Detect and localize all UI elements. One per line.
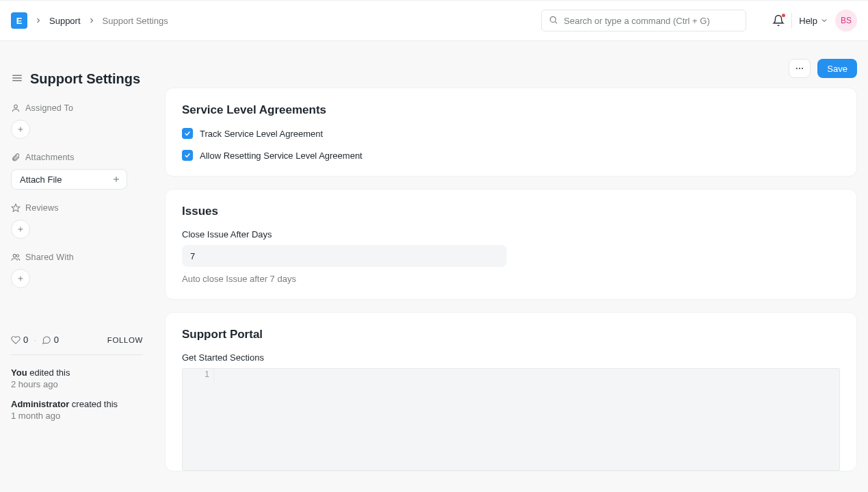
check-icon	[184, 130, 191, 137]
breadcrumb-root[interactable]: Support	[49, 16, 81, 26]
shared-with-label: Shared With	[25, 253, 74, 262]
svg-point-18	[799, 68, 800, 69]
likes-count: 0	[23, 335, 28, 345]
comment-icon[interactable]: 0	[42, 335, 59, 345]
follow-button[interactable]: FOLLOW	[107, 336, 143, 344]
svg-point-14	[16, 255, 19, 257]
users-icon	[11, 253, 21, 262]
activity-entry: Administrator created this 1 month ago	[11, 399, 143, 421]
page-toolbar: Save	[154, 41, 868, 88]
support-portal-card: Support Portal Get Started Sections 1	[165, 312, 857, 471]
chevron-down-icon	[820, 16, 828, 25]
navbar: E Support Support Settings Help BS	[0, 0, 868, 41]
activity-entry: You edited this 2 hours ago	[11, 367, 143, 389]
track-sla-label: Track Service Level Agreement	[200, 129, 323, 139]
star-icon	[11, 203, 21, 213]
search-input[interactable]	[564, 16, 739, 26]
line-number: 1	[183, 369, 214, 381]
attach-file-button[interactable]: Attach File	[11, 169, 127, 190]
close-after-label: Close Issue After Days	[182, 229, 840, 239]
svg-line-1	[555, 21, 557, 23]
allow-reset-sla-checkbox[interactable]	[182, 150, 193, 161]
add-review-button[interactable]	[11, 220, 30, 239]
code-line-content[interactable]	[214, 369, 839, 381]
svg-marker-10	[12, 204, 20, 211]
allow-reset-sla-label: Allow Resetting Service Level Agreement	[200, 151, 363, 161]
breadcrumb-current: Support Settings	[103, 16, 168, 26]
svg-point-5	[14, 105, 18, 108]
close-after-help: Auto close Issue after 7 days	[182, 274, 840, 284]
svg-point-19	[802, 68, 804, 69]
page-title: Support Settings	[30, 71, 140, 87]
user-icon	[11, 103, 21, 113]
activity-when: 2 hours ago	[11, 379, 143, 389]
activity-who: Administrator	[11, 399, 69, 409]
more-horizontal-icon	[795, 64, 804, 73]
paperclip-icon	[11, 153, 21, 162]
svg-point-17	[796, 68, 798, 69]
activity-when: 1 month ago	[11, 411, 143, 421]
assigned-to-label: Assigned To	[25, 103, 73, 113]
activity-log: You edited this 2 hours ago Administrato…	[11, 367, 143, 421]
add-assignee-button[interactable]	[11, 120, 30, 139]
help-label: Help	[799, 16, 817, 26]
help-menu[interactable]: Help	[799, 16, 828, 26]
check-icon	[184, 152, 191, 159]
close-after-input[interactable]	[182, 245, 507, 267]
plus-icon	[111, 174, 121, 184]
attachments-label: Attachments	[25, 153, 75, 162]
svg-point-0	[551, 16, 556, 22]
heart-icon[interactable]: 0	[11, 335, 28, 345]
activity-action: created this	[72, 399, 118, 409]
chevron-right-icon	[88, 16, 96, 25]
activity-action: edited this	[29, 367, 70, 378]
add-shared-button[interactable]	[11, 269, 30, 288]
notifications-button[interactable]	[772, 14, 785, 27]
sidebar: Support Settings Assigned To Attachments	[0, 41, 154, 492]
search-box[interactable]	[541, 10, 746, 31]
user-avatar[interactable]: BS	[835, 10, 857, 31]
assigned-to-section: Assigned To	[11, 103, 143, 139]
menu-icon[interactable]	[11, 72, 23, 86]
get-started-sections-label: Get Started Sections	[182, 352, 840, 363]
activity-who: You	[11, 367, 27, 378]
track-sla-checkbox[interactable]	[182, 128, 193, 139]
reviews-label: Reviews	[25, 203, 59, 213]
sidebar-divider	[11, 354, 143, 355]
sla-card: Service Level Agreements Track Service L…	[165, 88, 857, 177]
issues-title: Issues	[182, 205, 840, 218]
search-icon	[549, 15, 558, 27]
app-logo[interactable]: E	[11, 12, 27, 29]
svg-point-13	[13, 255, 16, 257]
reviews-section: Reviews	[11, 203, 143, 239]
code-editor[interactable]: 1	[182, 368, 840, 471]
engagement-stats: 0 · 0 FOLLOW	[11, 335, 143, 345]
comments-count: 0	[54, 335, 59, 345]
vertical-divider	[791, 13, 792, 28]
shared-with-section: Shared With	[11, 253, 143, 288]
notification-dot-icon	[782, 14, 785, 17]
chevron-right-icon	[34, 16, 42, 25]
support-portal-title: Support Portal	[182, 328, 840, 341]
issues-card: Issues Close Issue After Days Auto close…	[165, 189, 857, 300]
attach-file-label: Attach File	[20, 174, 62, 185]
more-actions-button[interactable]	[789, 59, 811, 78]
save-button[interactable]: Save	[817, 59, 857, 78]
attachments-section: Attachments Attach File	[11, 153, 143, 190]
sla-title: Service Level Agreements	[182, 103, 840, 117]
